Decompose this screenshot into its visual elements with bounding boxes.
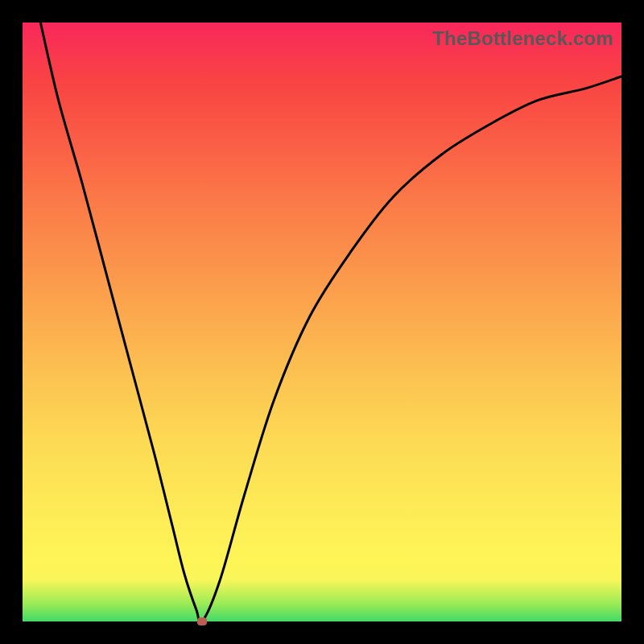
plot-area: TheBottleneck.com (23, 23, 621, 621)
chart-frame: TheBottleneck.com (0, 0, 644, 644)
bottleneck-curve (40, 23, 621, 621)
optimum-marker (197, 617, 207, 625)
curve-svg (23, 23, 621, 621)
